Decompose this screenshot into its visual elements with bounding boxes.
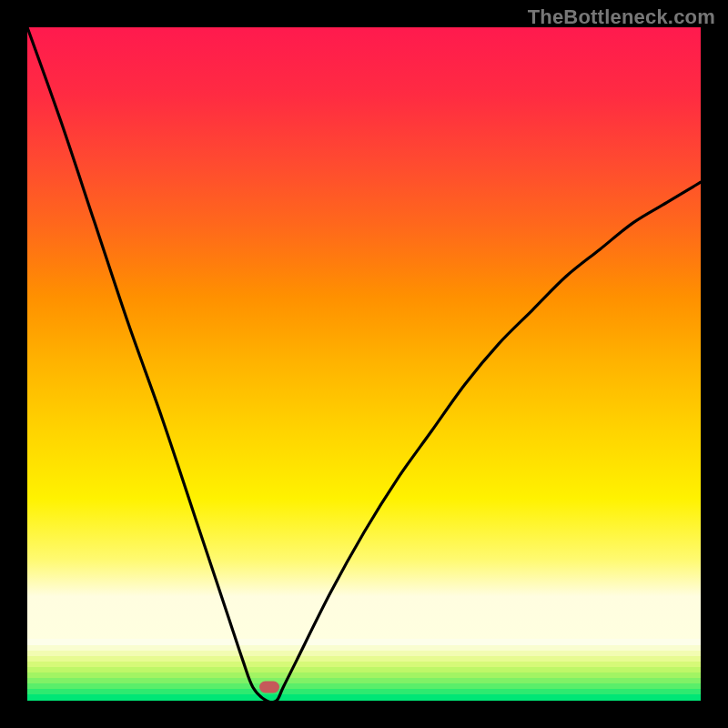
bottleneck-curve [27,27,701,701]
plot-area [27,27,701,701]
optimal-point-marker [259,682,279,693]
watermark-text: TheBottleneck.com [528,5,715,29]
chart-frame: TheBottleneck.com [0,0,728,728]
